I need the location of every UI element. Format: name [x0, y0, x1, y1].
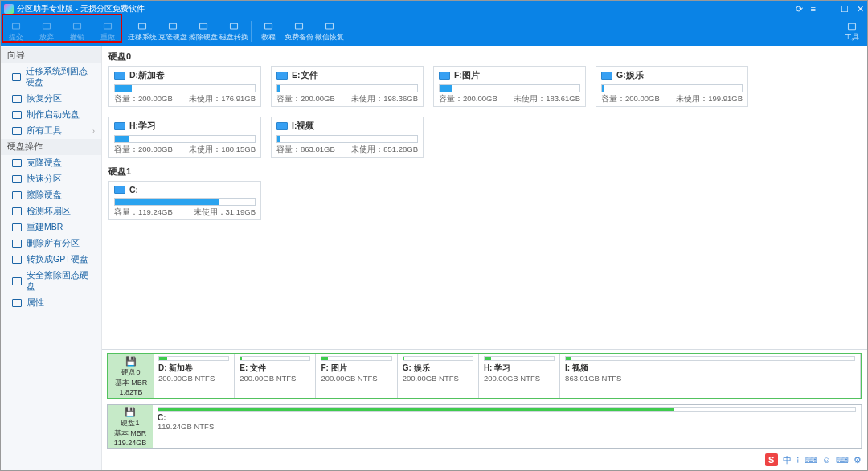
- free-label: 未使用：851.28GB: [351, 145, 418, 155]
- svg-rect-4: [139, 23, 146, 29]
- sidebar-item[interactable]: 重建MBR: [1, 219, 101, 236]
- tray-lang[interactable]: 中: [783, 454, 792, 466]
- partition-name: D: 新加卷: [158, 362, 229, 374]
- menu-icon[interactable]: ≡: [811, 4, 816, 14]
- toolbar-tools-label: 工具: [845, 32, 859, 43]
- toolbar-label: 重做: [100, 32, 115, 43]
- partition-cards-area: 硬盘0 D:新加卷 容量：200.00GB 未使用：176.91GB E:文件 …: [102, 46, 867, 349]
- to-gpt-icon: [12, 256, 22, 264]
- toolbar-label: 擦除硬盘: [189, 32, 218, 43]
- capacity-label: 容量：200.00GB: [601, 94, 660, 104]
- all-tools-icon: [12, 127, 22, 135]
- minimize-icon[interactable]: —: [824, 4, 833, 14]
- tray-icon-6[interactable]: ⚙: [854, 455, 862, 465]
- free-backup-icon: [293, 21, 305, 32]
- partition-sub: 119.24GB NTFS: [158, 422, 856, 431]
- usage-bar: [276, 84, 418, 92]
- sidebar-item[interactable]: 恢复分区: [1, 91, 101, 107]
- disk-map-partition[interactable]: C: 119.24GB NTFS: [153, 405, 862, 448]
- disk-icon: 💾: [125, 356, 137, 367]
- toolbar-redo-icon[interactable]: 重做: [92, 21, 123, 43]
- toolbar-convert-icon[interactable]: 磁盘转换: [219, 21, 249, 43]
- sidebar-item-label: 安全擦除固态硬盘: [27, 270, 95, 293]
- partition-name: I: 视频: [565, 362, 855, 374]
- disk-map-partition[interactable]: F: 图片 200.00GB NTFS: [316, 354, 397, 398]
- toolbar-tools[interactable]: 工具: [837, 17, 867, 46]
- wechat-recover-icon: [323, 21, 336, 32]
- svg-rect-3: [104, 23, 112, 29]
- partition-card[interactable]: D:新加卷 容量：200.00GB 未使用：176.91GB: [108, 66, 261, 107]
- apply-icon: [10, 21, 23, 32]
- sidebar-item[interactable]: 所有工具 ›: [1, 123, 101, 139]
- toolbar-clone-icon[interactable]: 克隆硬盘: [158, 21, 188, 43]
- sidebar-item[interactable]: 克隆硬盘: [1, 155, 101, 171]
- sidebar-group-wizard: 向导: [1, 47, 101, 63]
- partition-sub: 200.00GB NTFS: [321, 374, 391, 383]
- disk-map-row[interactable]: 💾 硬盘1 基本 MBR 119.24GB C: 119.24GB NTFS: [107, 404, 862, 449]
- disk-map-partition[interactable]: E: 文件 200.00GB NTFS: [235, 354, 316, 398]
- check-bad-icon: [12, 207, 22, 215]
- sidebar: 向导 迁移系统到固态硬盘 恢复分区 制作启动光盘 所有工具 › 硬盘操作 克隆硬…: [1, 46, 102, 470]
- tray-icon-3[interactable]: ⌨: [805, 455, 817, 465]
- sidebar-item[interactable]: 制作启动光盘: [1, 107, 101, 123]
- toolbar-wipe-icon[interactable]: 擦除硬盘: [188, 21, 219, 43]
- sidebar-item[interactable]: 快速分区: [1, 171, 101, 187]
- toolbar-label: 磁盘转换: [219, 32, 248, 43]
- sidebar-item[interactable]: 检测坏扇区: [1, 203, 101, 219]
- drive-icon: [114, 72, 125, 80]
- disk-map-row[interactable]: 💾 硬盘0 基本 MBR 1.82TB D: 新加卷 200.00GB NTFS…: [107, 353, 862, 399]
- tray-icon-2[interactable]: ⁝: [796, 455, 800, 465]
- toolbar-label: 克隆硬盘: [158, 32, 187, 43]
- toolbar-label: 放弃: [39, 32, 54, 43]
- partition-card[interactable]: G:娱乐 容量：200.00GB 未使用：199.91GB: [596, 66, 748, 107]
- free-label: 未使用：199.91GB: [676, 94, 743, 104]
- tray-icon-4[interactable]: ☺: [822, 455, 831, 465]
- partition-name: I:视频: [292, 121, 314, 132]
- toolbar-tutorial-icon[interactable]: 教程: [253, 21, 284, 43]
- close-icon[interactable]: ✕: [857, 4, 864, 14]
- sidebar-item-label: 制作启动光盘: [27, 109, 80, 121]
- partition-card[interactable]: F:图片 容量：200.00GB 未使用：183.61GB: [433, 66, 586, 107]
- disk-group-label: 硬盘1: [108, 166, 861, 178]
- sidebar-item[interactable]: 迁移系统到固态硬盘: [1, 63, 101, 91]
- toolbar-label: 迁移系统: [128, 32, 157, 43]
- toolbar-wechat-recover-icon[interactable]: 微信恢复: [314, 21, 345, 43]
- partition-card[interactable]: H:学习 容量：200.00GB 未使用：180.15GB: [108, 117, 261, 158]
- sidebar-item[interactable]: 属性: [1, 295, 101, 311]
- toolbar-migrate-icon[interactable]: 迁移系统: [127, 21, 158, 43]
- sidebar-item[interactable]: 安全擦除固态硬盘: [1, 268, 101, 295]
- sidebar-item[interactable]: 转换成GPT硬盘: [1, 252, 101, 268]
- tray-icon-5[interactable]: ⌨: [836, 455, 849, 465]
- toolbar-label: 免费备份: [285, 32, 313, 43]
- partition-name: F: 图片: [321, 362, 391, 374]
- disk-map-partition[interactable]: D: 新加卷 200.00GB NTFS: [154, 354, 235, 398]
- disk-map-partition[interactable]: G: 娱乐 200.00GB NTFS: [398, 354, 479, 398]
- usage-bar: [601, 84, 743, 92]
- ime-icon[interactable]: S: [765, 453, 778, 466]
- maximize-icon[interactable]: ☐: [841, 4, 849, 14]
- sidebar-item[interactable]: 擦除硬盘: [1, 187, 101, 203]
- partition-card[interactable]: E:文件 容量：200.00GB 未使用：198.36GB: [271, 66, 424, 107]
- clone-disk-icon: [12, 159, 22, 167]
- sidebar-item-label: 迁移系统到固态硬盘: [26, 66, 95, 88]
- toolbar-free-backup-icon[interactable]: 免费备份: [284, 21, 314, 43]
- partition-card[interactable]: I:视频 容量：863.01GB 未使用：851.28GB: [271, 117, 424, 158]
- free-label: 未使用：31.19GB: [194, 207, 256, 218]
- sidebar-item[interactable]: 删除所有分区: [1, 236, 101, 252]
- disk-map-partition[interactable]: I: 视频 863.01GB NTFS: [560, 354, 861, 398]
- disk-map-partition[interactable]: H: 学习 200.00GB NTFS: [479, 354, 560, 398]
- toolbar-undo-icon[interactable]: 撤销: [62, 21, 92, 43]
- capacity-label: 容量：200.00GB: [439, 94, 497, 104]
- refresh-icon[interactable]: ⟳: [796, 4, 803, 14]
- system-tray: S 中 ⁝ ⌨ ☺ ⌨ ⚙: [765, 453, 862, 466]
- titlebar: 分区助手专业版 - 无损分区免费软件 ⟳ ≡ — ☐ ✕: [1, 1, 867, 17]
- toolbar-discard-icon[interactable]: 放弃: [31, 21, 62, 43]
- svg-rect-7: [231, 23, 238, 29]
- partition-name: G: 娱乐: [403, 362, 473, 374]
- wipe-disk-icon: [12, 191, 22, 199]
- toolbar-apply-icon[interactable]: 提交: [1, 21, 31, 43]
- free-label: 未使用：198.36GB: [351, 94, 418, 104]
- svg-rect-2: [74, 23, 81, 29]
- partition-card[interactable]: C: 容量：119.24GB 未使用：31.19GB: [108, 181, 261, 220]
- drive-icon: [114, 186, 125, 194]
